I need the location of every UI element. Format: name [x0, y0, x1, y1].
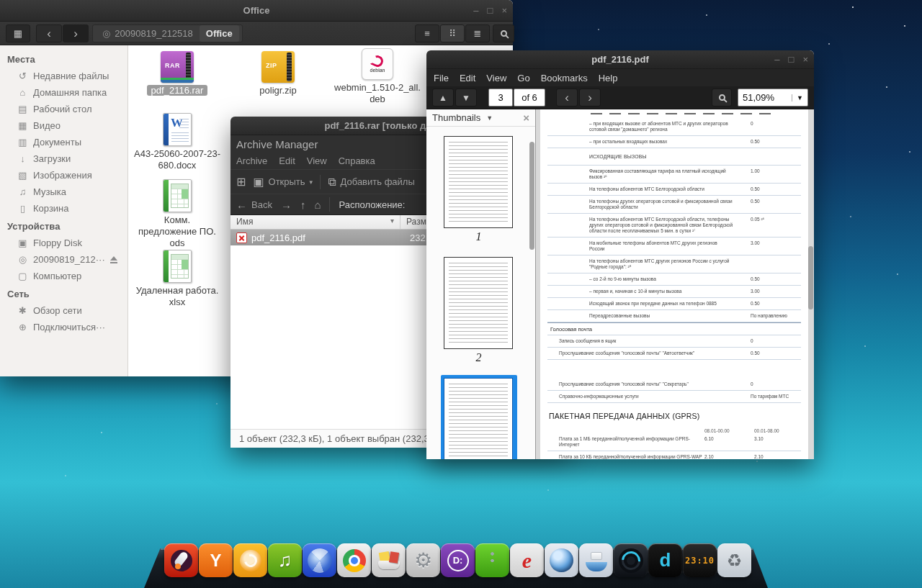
eject-icon[interactable]	[110, 256, 117, 261]
trash-recycle-icon[interactable]: ♻	[717, 543, 751, 577]
chrome-browser-icon[interactable]	[337, 543, 371, 577]
page-up-button[interactable]: ▲	[432, 89, 454, 107]
zoom-select[interactable]: 51,09% ▼	[738, 89, 808, 107]
sidebar-item-downloads[interactable]: ↓Загрузки	[0, 150, 127, 167]
menu-archive[interactable]: Archive	[236, 155, 267, 166]
thumbnails-label[interactable]: Thumbnails	[432, 112, 480, 123]
sidebar-item-video[interactable]: ▦Видео	[0, 117, 127, 134]
file-item[interactable]: debianwebmin_1.510-2_all.deb	[328, 48, 426, 105]
candy-swirl-icon[interactable]	[233, 543, 267, 577]
main-scrollbar-thumb[interactable]	[808, 246, 813, 309]
notes-stack-icon[interactable]	[372, 543, 406, 577]
music-note-icon[interactable]: ♫	[268, 543, 302, 577]
e-logo-icon[interactable]: e	[510, 543, 544, 577]
file-manager-titlebar[interactable]: Office – □ ×	[0, 0, 513, 22]
page-number-entry[interactable]	[488, 89, 513, 107]
menu-edit[interactable]: Edit	[460, 73, 475, 83]
column-name[interactable]: Имя▾	[230, 215, 400, 229]
menu-view[interactable]: View	[486, 73, 506, 83]
sidebar-item-disc[interactable]: ◎20090819_212···	[0, 251, 127, 268]
page-thumbnail[interactable]: 2	[441, 254, 517, 368]
file-item[interactable]: Удаленная работа.xlsx	[128, 250, 226, 308]
menu-help[interactable]: Справка	[339, 155, 375, 166]
sidebar-item-home[interactable]: ⌂Домашняя папка	[0, 84, 127, 101]
remote-control-icon[interactable]	[475, 543, 509, 577]
doc-row: – при остальных входящих вызовах0.50	[547, 136, 801, 148]
menu-help[interactable]: Help	[599, 73, 618, 83]
sidebar-item-desktop-folder[interactable]: ▤Рабочий стол	[0, 101, 127, 117]
volume-knob-icon[interactable]	[614, 543, 648, 577]
compact-view-button[interactable]: ≣	[465, 24, 490, 42]
file-item[interactable]: Комм.предложение ПО.ods	[128, 179, 226, 249]
forward-button[interactable]: ›	[63, 24, 89, 42]
file-item[interactable]: RARpdf_2116.rar	[128, 51, 226, 96]
back-button[interactable]: ‹	[36, 24, 62, 42]
page-thumbnail[interactable]: 1	[441, 133, 517, 248]
menu-bookmarks[interactable]: Bookmarks	[541, 73, 588, 83]
doc-row: – со 2-й по 9-ю минуты вызова0.50	[547, 273, 801, 286]
maximize-button[interactable]: □	[488, 5, 493, 16]
sidebar-item-recent[interactable]: ↺Недавние файлы	[0, 68, 127, 84]
pdf-viewer-titlebar[interactable]: pdf_2116.pdf – □ ×	[426, 50, 814, 69]
minimize-button[interactable]: –	[774, 54, 779, 65]
find-button[interactable]	[712, 89, 732, 107]
menu-view[interactable]: View	[307, 155, 327, 166]
maximize-button[interactable]: □	[789, 54, 795, 65]
installer-slingshot-icon[interactable]: Y	[199, 543, 233, 577]
home-button[interactable]: ⌂	[314, 199, 321, 211]
chevron-down-icon[interactable]: ▼	[486, 114, 493, 122]
chevron-left-icon: ‹	[47, 27, 51, 40]
sidebar-item-floppy[interactable]: ▣Floppy Disk	[0, 235, 127, 251]
sidebar-item-trash[interactable]: ▯Корзина	[0, 200, 127, 217]
menu-edit[interactable]: Edit	[279, 155, 295, 166]
page-down-button[interactable]: ▼	[455, 89, 477, 107]
history-back-button[interactable]: ‹	[556, 89, 578, 107]
blue-globe-browser-icon[interactable]	[303, 543, 336, 577]
doc-page-gap	[547, 360, 801, 379]
sidebar-scrollbar-thumb[interactable]	[529, 142, 534, 250]
sidebar-item-music[interactable]: ♫Музыка	[0, 184, 127, 200]
page-thumbnail[interactable]: 3	[441, 375, 517, 459]
new-archive-icon[interactable]: ⊞	[236, 175, 246, 189]
back-button[interactable]: ← Back	[236, 199, 272, 211]
search-icon	[501, 30, 507, 37]
page-number-input[interactable]	[490, 92, 511, 103]
list-view-button[interactable]: ≡	[415, 24, 439, 42]
up-button[interactable]: ↑	[300, 199, 306, 211]
gear-settings-icon[interactable]: ⚙	[406, 543, 440, 577]
doc-row-value: 1.00	[751, 168, 760, 173]
menu-file[interactable]: File	[434, 73, 449, 83]
doc-row: Справочно-информационные услугиПо тарифа…	[547, 391, 801, 403]
close-button[interactable]: ×	[501, 5, 507, 16]
sidebar-item-computer[interactable]: ▢Компьютер	[0, 268, 127, 284]
sidebar-item-connect-server[interactable]: ⊕Подключиться···	[0, 319, 127, 335]
minimize-button[interactable]: –	[473, 5, 478, 16]
web-globe-icon[interactable]	[545, 543, 578, 577]
breadcrumb-current-segment[interactable]: Office	[200, 25, 239, 42]
close-sidebar-icon[interactable]: ×	[523, 112, 529, 124]
search-button[interactable]	[493, 24, 514, 42]
forward-button[interactable]: →	[281, 199, 292, 211]
computer-icon: ▢	[17, 271, 28, 281]
history-forward-button[interactable]: ›	[579, 89, 601, 107]
close-button[interactable]: ×	[802, 54, 808, 65]
menu-go[interactable]: Go	[517, 73, 529, 83]
docky-icon[interactable]: D:	[441, 543, 475, 577]
file-item[interactable]: WA43-25060-2007-23-680.docx	[128, 113, 226, 171]
usb-disk-icon	[586, 550, 607, 571]
sidebar-item-network-browse[interactable]: ✱Обзор сети	[0, 302, 127, 319]
file-item[interactable]: ZIPpoligr.zip	[229, 51, 327, 96]
breadcrumb-device-segment[interactable]: ◎ 20090819_212518	[96, 25, 200, 42]
grid-view-button[interactable]: ⠿	[440, 24, 465, 42]
open-button[interactable]: ▣ Открыть ▾	[253, 175, 313, 189]
rocket-launcher-icon[interactable]	[164, 543, 198, 577]
doc-lines	[171, 132, 189, 143]
pathbar-menu-button[interactable]: ▦	[6, 24, 30, 42]
usb-disk-icon[interactable]	[579, 543, 613, 577]
archive-row-name: pdf_2116.pdf	[251, 232, 404, 243]
sidebar-item-documents[interactable]: ▥Документы	[0, 134, 127, 150]
deezer-music-icon[interactable]: d	[648, 543, 682, 577]
sidebar-item-images[interactable]: ▧Изображения	[0, 167, 127, 184]
digital-clock-icon[interactable]: 23:10	[683, 543, 717, 577]
add-files-button[interactable]: ⧉ Добавить файлы	[328, 176, 415, 189]
